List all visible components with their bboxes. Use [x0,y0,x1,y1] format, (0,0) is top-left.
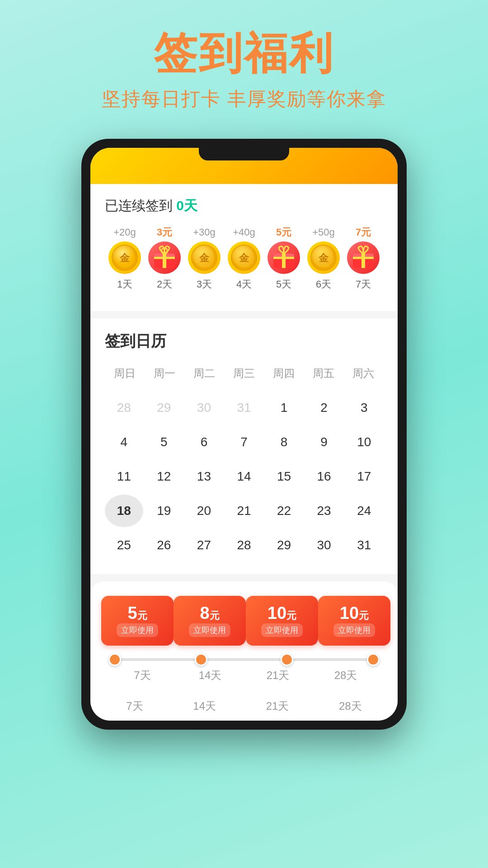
calendar-cell[interactable]: 14 [225,460,263,493]
milestone-14days: 8元 立即使用 [174,596,246,646]
calendar-cell[interactable]: 30 [185,392,223,424]
calendar-cell[interactable]: 15 [265,460,303,493]
reward-day2: 3元 2天 [145,226,184,291]
coupon-use-1: 立即使用 [117,623,158,637]
calendar-cell[interactable]: 29 [265,529,303,561]
strip-label-1: 7天 [126,699,143,713]
calendar-cell[interactable]: 22 [265,495,303,527]
streak-label: 已连续签到 0天 [105,197,383,215]
reward-day-1: 1天 [117,278,132,291]
calendar-today[interactable]: 18 [105,495,143,527]
calendar-cell[interactable]: 31 [225,392,263,424]
reward-icon-5 [267,241,300,274]
bottom-panel: 5元 立即使用 8元 立即使用 10元 立即使用 [90,581,398,692]
progress-label-3: 21天 [244,668,312,683]
svg-text:金: 金 [119,252,130,264]
calendar-grid: 28 29 30 31 1 2 3 4 5 6 7 8 9 10 11 12 [105,392,383,561]
reward-icon-7 [347,241,380,274]
calendar-cell[interactable]: 29 [145,392,183,424]
milestone-28days: 10元 立即使用 [318,596,390,646]
week-header-6: 周六 [343,363,383,384]
strip-item-1: 7天 [126,699,143,713]
calendar-cell[interactable]: 12 [145,460,183,493]
streak-days: 0天 [176,198,197,213]
coupon-28days[interactable]: 10元 立即使用 [318,596,390,646]
week-header-1: 周一 [145,363,184,384]
calendar-cell[interactable]: 16 [305,460,343,493]
reward-day-3: 3天 [197,278,212,291]
reward-day-7: 7天 [356,278,371,291]
calendar-cell[interactable]: 9 [305,426,343,458]
reward-bonus-1: +20g [113,226,136,239]
reward-icon-2 [148,241,181,274]
svg-rect-16 [273,257,294,259]
strip-item-4: 28天 [339,699,362,713]
calendar-cell[interactable]: 17 [345,460,383,493]
calendar-cell[interactable]: 2 [305,392,343,424]
calendar-header: 周日 周一 周二 周三 周四 周五 周六 [105,363,383,384]
bottom-strip: 7天 14天 21天 28天 [90,692,398,721]
calendar-cell[interactable]: 28 [225,529,263,561]
calendar-cell[interactable]: 23 [305,495,343,527]
reward-bonus-3: +30g [193,226,216,239]
subtitle: 坚持每日打卡 丰厚奖励等你来拿 [102,86,386,112]
svg-rect-23 [353,257,374,259]
coupon-use-3: 立即使用 [261,623,303,637]
calendar-cell[interactable]: 31 [345,529,383,561]
reward-icon-4: 金 [228,241,260,274]
calendar-cell[interactable]: 7 [225,426,263,458]
progress-labels: 7天 14天 21天 28天 [108,668,380,683]
calendar-cell[interactable]: 13 [185,460,223,493]
header-section: 签到福利 坚持每日打卡 丰厚奖励等你来拿 [102,0,386,125]
svg-rect-6 [154,257,175,259]
calendar-cell[interactable]: 4 [105,426,143,458]
svg-rect-15 [282,254,286,268]
calendar-cell[interactable]: 28 [105,392,143,424]
calendar-cell[interactable]: 26 [145,529,183,561]
reward-bonus-4: +40g [233,226,255,239]
coupon-14days[interactable]: 8元 立即使用 [174,596,246,646]
progress-label-4: 28天 [312,668,380,683]
calendar-cell[interactable]: 20 [185,495,223,527]
reward-bonus-5: 5元 [276,226,291,239]
svg-text:金: 金 [239,252,249,264]
reward-day-4: 4天 [236,278,252,291]
calendar-cell[interactable]: 8 [265,426,303,458]
calendar-cell[interactable]: 11 [105,460,143,493]
progress-label-2: 14天 [176,668,244,683]
calendar-cell[interactable]: 5 [145,426,183,458]
calendar-cell[interactable]: 21 [225,495,263,527]
strip-label-3: 21天 [266,699,289,713]
phone-frame: 已连续签到 0天 +20g 金 [81,139,407,730]
progress-dots [108,653,380,666]
rewards-row: +20g 金 [105,226,383,291]
progress-dot-4 [367,653,380,666]
reward-bonus-6: +50g [312,226,335,239]
coupon-7days[interactable]: 5元 立即使用 [101,596,174,646]
calendar-cell[interactable]: 6 [185,426,223,458]
reward-bonus-7: 7元 [356,226,371,239]
checkin-card: 已连续签到 0天 +20g 金 [90,184,398,311]
calendar-cell[interactable]: 30 [305,529,343,561]
svg-text:金: 金 [199,252,210,264]
week-header-4: 周四 [264,363,304,384]
svg-text:金: 金 [318,252,329,264]
svg-rect-5 [163,254,166,268]
calendar-cell[interactable]: 24 [345,495,383,527]
reward-day5: 5元 5天 [264,226,304,291]
calendar-cell[interactable]: 3 [345,392,383,424]
calendar-cell[interactable]: 10 [345,426,383,458]
calendar-cell[interactable]: 25 [105,529,143,561]
progress-track [108,658,380,661]
week-header-0: 周日 [105,363,145,384]
calendar-cell[interactable]: 27 [185,529,223,561]
coupon-amount-1: 5元 [127,604,147,622]
phone-notch [199,148,289,160]
coupon-21days[interactable]: 10元 立即使用 [246,596,318,646]
milestone-rewards: 5元 立即使用 8元 立即使用 10元 立即使用 [101,596,387,646]
progress-line [108,658,380,661]
calendar-cell[interactable]: 19 [145,495,183,527]
reward-day7: 7元 7天 [343,226,383,291]
progress-dot-2 [195,653,207,666]
calendar-cell[interactable]: 1 [265,392,303,424]
